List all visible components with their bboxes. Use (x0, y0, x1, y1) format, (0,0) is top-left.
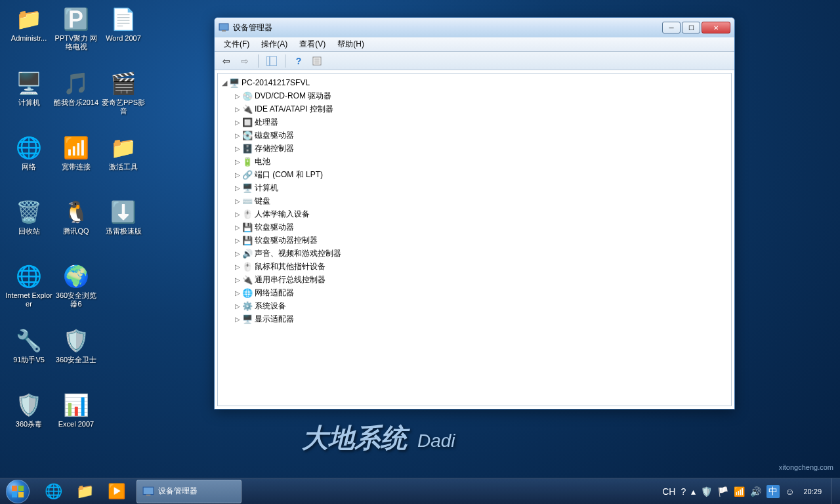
show-hide-console-tree-button[interactable] (264, 54, 280, 68)
tree-node[interactable]: ▷🖱️鼠标和其他指针设备 (234, 260, 728, 273)
menu-item-1[interactable]: 操作(A) (256, 37, 293, 51)
qq-shortcut[interactable]: 🐧腾讯QQ (52, 198, 100, 236)
expand-icon[interactable]: ▷ (234, 198, 242, 205)
tree-panel[interactable]: ◢ 🖥️ PC-20141217SFVL ▷💿DVD/CD-ROM 驱动器▷🔌I… (217, 73, 732, 406)
volume-tray-icon[interactable]: 🔊 (750, 486, 761, 497)
tree-node[interactable]: ▷🖱️人体学输入设备 (234, 207, 728, 220)
network-tray-icon[interactable]: 📶 (734, 486, 745, 497)
tree-node[interactable]: ▷🔌IDE ATA/ATAPI 控制器 (234, 102, 728, 116)
tree-node[interactable]: ▷🔗端口 (COM 和 LPT) (234, 168, 728, 181)
maximize-button[interactable]: ☐ (682, 22, 700, 33)
menu-item-0[interactable]: 文件(F) (219, 37, 255, 51)
tree-node[interactable]: ▷💿DVD/CD-ROM 驱动器 (234, 89, 728, 102)
system-tray: CH ? ▴ 🛡️ 🏳️ 📶 🔊 中 ☺ 20:29 (657, 485, 831, 498)
tree-node[interactable]: ▷⌨️键盘 (234, 194, 728, 207)
excel-shortcut[interactable]: 📊Excel 2007 (52, 391, 100, 429)
windows-logo-icon (6, 480, 30, 503)
help-button[interactable]: ? (291, 54, 306, 68)
tree-node[interactable]: ▷💽磁盘驱动器 (234, 129, 728, 142)
360safe-shortcut-icon: 🛡️ (62, 327, 90, 354)
tree-node[interactable]: ▷🖥️计算机 (234, 181, 728, 194)
ie[interactable]: 🌐Internet Explorer (5, 262, 52, 308)
tree-node[interactable]: ▷⚙️系统设备 (234, 299, 728, 312)
tree-node[interactable]: ▷💾软盘驱动器控制器 (234, 234, 728, 247)
expand-icon[interactable]: ▷ (234, 276, 242, 284)
expand-icon[interactable]: ▷ (234, 303, 242, 310)
91helper-shortcut[interactable]: 🔧91助手V5 (5, 327, 52, 364)
expand-icon[interactable]: ▷ (234, 211, 242, 218)
menu-item-2[interactable]: 查看(V) (294, 37, 331, 51)
forward-button[interactable]: ⇨ (237, 54, 253, 68)
expand-icon[interactable]: ▷ (234, 106, 242, 113)
face-tray-icon[interactable]: ☺ (785, 486, 794, 497)
excel-shortcut-icon: 📊 (62, 391, 90, 419)
icon-label: 回收站 (18, 227, 40, 236)
tree-root-node[interactable]: ◢ 🖥️ PC-20141217SFVL (220, 76, 728, 89)
tree-node[interactable]: ▷💾软盘驱动器 (234, 220, 728, 234)
menu-item-3[interactable]: 帮助(H) (332, 37, 369, 51)
help-tray-icon[interactable]: ? (681, 486, 686, 497)
tree-node[interactable]: ▷🌐网络适配器 (234, 286, 728, 299)
word-shortcut[interactable]: 📄Word 2007 (100, 5, 147, 43)
tree-node[interactable]: ▷🔌通用串行总线控制器 (234, 273, 728, 286)
properties-button[interactable] (309, 54, 325, 68)
tree-node[interactable]: ▷🔲处理器 (234, 116, 728, 129)
expand-icon[interactable]: ▷ (234, 93, 242, 100)
expand-icon[interactable]: ▷ (234, 263, 242, 270)
minimize-button[interactable]: ─ (662, 22, 681, 33)
expand-icon[interactable]: ▷ (234, 119, 242, 126)
expand-icon[interactable]: ▷ (234, 237, 242, 244)
expand-icon[interactable]: ▷ (234, 132, 242, 139)
ime-indicator[interactable]: CH (662, 486, 675, 497)
tree-node[interactable]: ▷🔋电池 (234, 155, 728, 168)
tree-node[interactable]: ▷🖥️显示适配器 (234, 312, 728, 326)
media-player-pinned[interactable]: ▶️ (101, 480, 131, 503)
collapse-icon[interactable]: ◢ (220, 79, 228, 87)
device-manager-icon (219, 22, 229, 33)
activation-folder[interactable]: 📁激活工具 (100, 134, 147, 171)
svg-rect-10 (12, 492, 17, 497)
360safe-shortcut[interactable]: 🛡️360安全卫士 (52, 327, 100, 364)
taskbar-task-device-manager[interactable]: 设备管理器 (136, 480, 242, 503)
expand-icon[interactable]: ▷ (234, 184, 242, 192)
device-category-icon: 💿 (242, 91, 253, 101)
pptv-shortcut[interactable]: 🅿️PPTV聚力 网络电视 (52, 5, 100, 51)
svg-rect-1 (222, 30, 226, 32)
kuwo-shortcut[interactable]: 🎵酷我音乐2014 (52, 70, 100, 107)
xunlei-shortcut[interactable]: ⬇️迅雷极速版 (100, 198, 147, 236)
tree-node[interactable]: ▷🔊声音、视频和游戏控制器 (234, 247, 728, 260)
tray-expand-icon[interactable]: ▴ (691, 486, 696, 497)
ie-icon: 🌐 (15, 262, 43, 290)
show-desktop-button[interactable] (831, 478, 840, 505)
svg-rect-12 (143, 487, 154, 494)
broadband-shortcut[interactable]: 📶宽带连接 (52, 134, 100, 171)
folder-admin[interactable]: 📁Administr... (5, 5, 52, 43)
network-icon: 🌐 (15, 134, 43, 161)
shield-tray-icon[interactable]: 🛡️ (701, 486, 712, 497)
broadband-shortcut-icon: 📶 (62, 134, 90, 161)
start-button[interactable] (0, 478, 35, 505)
back-button[interactable]: ⇦ (219, 54, 234, 68)
expand-icon[interactable]: ▷ (234, 171, 242, 178)
titlebar[interactable]: 设备管理器 ─ ☐ ✕ (215, 18, 734, 37)
expand-icon[interactable]: ▷ (234, 289, 242, 297)
expand-icon[interactable]: ▷ (234, 145, 242, 152)
recycle-bin[interactable]: 🗑️回收站 (5, 198, 52, 236)
flag-tray-icon[interactable]: 🏳️ (717, 486, 728, 497)
computer[interactable]: 🖥️计算机 (5, 70, 52, 107)
network[interactable]: 🌐网络 (5, 134, 52, 171)
tree-node[interactable]: ▷🗄️存储控制器 (234, 142, 728, 155)
expand-icon[interactable]: ▷ (234, 158, 242, 165)
device-category-icon: 🗄️ (242, 144, 253, 154)
360browser-shortcut[interactable]: 🌍360安全浏览器6 (52, 262, 100, 308)
ime-badge[interactable]: 中 (766, 485, 780, 498)
360av-shortcut[interactable]: 🛡️360杀毒 (5, 391, 52, 429)
close-button[interactable]: ✕ (702, 22, 730, 33)
expand-icon[interactable]: ▷ (234, 250, 242, 257)
explorer-pinned[interactable]: 📁 (70, 480, 100, 503)
expand-icon[interactable]: ▷ (234, 316, 242, 323)
ie-pinned[interactable]: 🌐 (38, 480, 68, 503)
expand-icon[interactable]: ▷ (234, 224, 242, 231)
iqiyi-shortcut[interactable]: 🎬爱奇艺PPS影音 (100, 70, 147, 116)
clock[interactable]: 20:29 (799, 488, 826, 495)
